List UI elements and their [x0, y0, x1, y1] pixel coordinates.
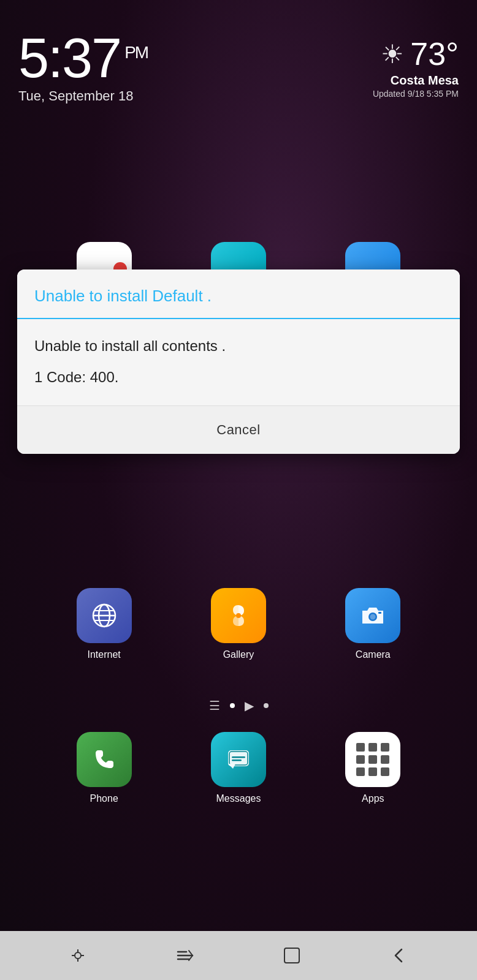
error-dialog: Unable to install Default . Unable to in…: [17, 270, 460, 454]
clock-section: 5:37PM Tue, September 18: [18, 31, 148, 104]
sun-icon: ☀: [381, 39, 404, 69]
internet-label: Internet: [88, 649, 121, 660]
temp-number: 73: [410, 36, 446, 72]
gallery-icon-svg: [223, 600, 254, 631]
apps-app-item[interactable]: Apps: [345, 732, 400, 804]
dialog-error-code: 1 Code: 400.: [34, 369, 443, 386]
weather-section: ☀ 73° Costa Mesa Updated 9/18 5:35 PM: [373, 31, 459, 99]
back-icon: [391, 947, 408, 964]
cancel-button[interactable]: Cancel: [17, 406, 460, 454]
home-indicator: ▶: [245, 698, 254, 713]
camera-app-item[interactable]: Camera: [345, 588, 400, 660]
svg-rect-21: [284, 948, 299, 963]
page-indicators: ☰ ▶: [0, 698, 477, 713]
navigation-bar: [0, 931, 477, 980]
clock-weather-area: 5:37PM Tue, September 18 ☀ 73° Costa Mes…: [0, 31, 477, 104]
messages-icon-svg: [223, 744, 254, 775]
background: [0, 0, 477, 980]
apps-dots-grid: [348, 734, 398, 785]
svg-point-5: [236, 613, 241, 618]
dialog-body: Unable to install all contents . 1 Code:…: [17, 319, 460, 405]
time-display: 5:37: [18, 28, 121, 89]
internet-icon-svg: [90, 601, 119, 630]
svg-point-13: [75, 952, 81, 959]
page-dot-1: [230, 703, 235, 708]
gallery-app-icon[interactable]: [211, 588, 266, 643]
messages-label: Messages: [216, 793, 261, 804]
recent-apps-button-2[interactable]: [167, 943, 204, 968]
home-button[interactable]: [273, 943, 310, 968]
phone-label: Phone: [90, 793, 118, 804]
camera-label: Camera: [356, 649, 391, 660]
back-button[interactable]: [381, 943, 418, 968]
gallery-label: Gallery: [223, 649, 254, 660]
dialog-message: Unable to install all contents .: [34, 336, 443, 356]
dialog-title-area: Unable to install Default .: [17, 270, 460, 319]
svg-rect-11: [232, 756, 245, 758]
page-dot-2: [264, 703, 269, 708]
recent-icon: [69, 947, 86, 964]
weather-temp-display: ☀ 73°: [373, 36, 459, 72]
apps-app-icon[interactable]: [345, 732, 400, 787]
recents-icon: [177, 949, 194, 962]
messages-app-item[interactable]: Messages: [211, 732, 266, 804]
phone-app-item[interactable]: Phone: [77, 732, 132, 804]
phone-app-icon[interactable]: [77, 732, 132, 787]
dialog-actions: Cancel: [17, 406, 460, 454]
apps-label: Apps: [362, 793, 384, 804]
messages-app-icon[interactable]: [211, 732, 266, 787]
degree-symbol: °: [446, 36, 459, 72]
svg-rect-8: [378, 612, 381, 614]
home-icon: [283, 946, 301, 965]
internet-app-item[interactable]: Internet: [77, 588, 132, 660]
weather-updated: Updated 9/18 5:35 PM: [373, 89, 459, 99]
camera-app-icon[interactable]: [345, 588, 400, 643]
recent-apps-button[interactable]: [59, 943, 96, 968]
svg-point-7: [370, 614, 376, 620]
date-display: Tue, September 18: [18, 88, 148, 104]
city-name: Costa Mesa: [373, 74, 459, 88]
bottom-dock: Phone Messages: [0, 732, 477, 804]
ampm-display: PM: [124, 43, 148, 62]
clock-time: 5:37PM: [18, 31, 148, 86]
temp-value: 73°: [410, 36, 459, 72]
internet-app-icon[interactable]: [77, 588, 132, 643]
svg-rect-12: [232, 760, 242, 761]
phone-icon-svg: [89, 744, 120, 775]
gallery-app-item[interactable]: Gallery: [211, 588, 266, 660]
camera-icon-svg: [357, 600, 388, 631]
middle-apps-row: Internet Gallery Camera: [0, 588, 477, 660]
menu-indicator: ☰: [209, 698, 220, 713]
dialog-title: Unable to install Default .: [34, 287, 443, 306]
